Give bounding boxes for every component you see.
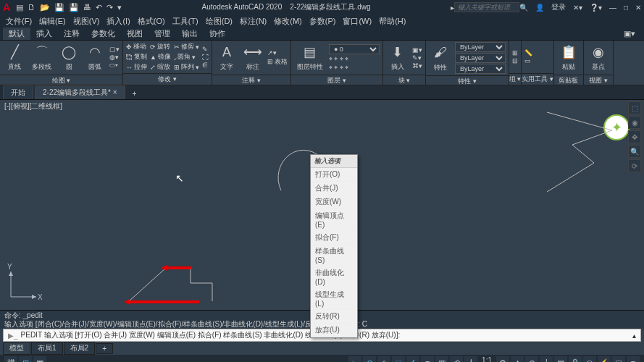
paste-button[interactable]: 📋粘贴 <box>557 42 580 73</box>
create-block-button[interactable]: ▣▾ <box>412 46 422 54</box>
ctx-join[interactable]: 合并(J) <box>311 182 357 195</box>
tab-start[interactable]: 开始 <box>3 85 33 99</box>
menu-view[interactable]: 视图(V) <box>70 16 103 27</box>
insert-button[interactable]: ⬇插入 <box>386 42 409 73</box>
explode-button[interactable]: ⛶ <box>202 54 209 61</box>
tab-home[interactable]: 默认 <box>3 28 30 40</box>
base-button[interactable]: ◉基点 <box>587 42 610 73</box>
tab-file[interactable]: 2-22编辑多段线工具* × <box>35 85 125 99</box>
layout-1[interactable]: 布局1 <box>31 342 63 355</box>
menu-dimension[interactable]: 标注(N) <box>237 16 269 27</box>
fillet-button[interactable]: ◞ 圆角 ▾ <box>174 52 199 62</box>
panel-annotate-title[interactable]: 注释 ▾ <box>212 75 290 86</box>
ortho-toggle[interactable]: ∟ <box>348 356 361 362</box>
panel-utilities-title[interactable]: 实用工具 ▾ <box>522 73 553 85</box>
user-icon[interactable]: 👤 <box>535 4 544 12</box>
menu-help[interactable]: 帮助(H) <box>376 16 409 27</box>
layout-add[interactable]: + <box>96 343 113 354</box>
layer-combo[interactable]: ● 0 <box>329 44 380 54</box>
menu-modify[interactable]: 修改(M) <box>271 16 305 27</box>
otrack-toggle[interactable]: ∠ <box>406 356 419 362</box>
tab-manage[interactable]: 管理 <box>149 28 176 40</box>
annoscale-button[interactable]: 人 <box>464 356 477 362</box>
color-combo[interactable]: ByLayer <box>455 42 506 52</box>
line-button[interactable]: ╱直线 <box>3 42 26 73</box>
tab-view[interactable]: 视图 <box>121 28 149 40</box>
menu-icon[interactable]: ▤ <box>16 3 23 12</box>
arc-button[interactable]: ◠圆弧 <box>83 42 106 73</box>
osnap-toggle[interactable]: □ <box>392 356 405 362</box>
tab-parametric[interactable]: 参数化 <box>85 28 121 40</box>
tab-expand-icon[interactable]: ▣▾ <box>618 28 641 39</box>
layout-2[interactable]: 布局2 <box>64 342 96 355</box>
offset-button[interactable]: ∈ <box>202 62 209 69</box>
panel-modify-title[interactable]: 修改 ▾ <box>123 73 212 85</box>
drawing-canvas[interactable]: [-][俯视][二维线框] ✦ ↖ 输入选项 打开(O) 合并(J) 宽度(W)… <box>0 100 644 310</box>
menu-draw[interactable]: 绘图(D) <box>203 16 235 27</box>
qp-toggle[interactable]: ▤ <box>554 356 567 362</box>
scale-label[interactable]: 1:1 <box>479 356 495 362</box>
ctx-width[interactable]: 宽度(W) <box>311 195 357 209</box>
plot-icon[interactable]: 🖶 <box>83 3 91 12</box>
array-button[interactable]: ⊞ 阵列 ▾ <box>174 62 199 72</box>
layer-iso-button[interactable]: ⌖ ⌖ ⌖ ⌖ <box>329 55 380 63</box>
saveas-icon[interactable]: 💾 <box>69 3 79 12</box>
menu-file[interactable]: 文件(F) <box>3 16 35 27</box>
tab-insert[interactable]: 插入 <box>30 28 58 40</box>
tab-close-icon[interactable]: × <box>113 88 117 96</box>
cmd-expand-icon[interactable]: ▴ <box>632 332 636 340</box>
panel-properties-title[interactable]: 特性 ▾ <box>426 75 509 87</box>
trim-button[interactable]: ✂ 修剪 ▾ <box>174 42 199 51</box>
cleanscreen-toggle[interactable]: ▢ <box>612 356 625 362</box>
ctx-decurve[interactable]: 非曲线化(D) <box>311 266 357 288</box>
polyline-shape-1[interactable] <box>129 265 216 311</box>
lwt-toggle[interactable]: ≡ <box>421 356 434 362</box>
panel-groups-title[interactable]: 组 ▾ <box>509 73 522 85</box>
mirror-button[interactable]: ▲ 镜像 <box>150 52 171 62</box>
hw-accel-toggle[interactable]: ⚡ <box>598 356 611 362</box>
undo-icon[interactable]: ↶ <box>96 3 102 12</box>
text-button[interactable]: A文字 <box>215 42 238 73</box>
rect-button[interactable]: ▢▾ <box>109 46 120 53</box>
scale-button[interactable]: ⤢ 缩放 <box>150 62 171 72</box>
lineweight-combo[interactable]: ByLayer <box>455 53 506 63</box>
open-icon[interactable]: 📂 <box>40 3 50 12</box>
polar-toggle[interactable]: ⊙ <box>363 356 376 362</box>
ctx-open[interactable]: 打开(O) <box>311 168 357 182</box>
grid-toggle[interactable]: ⊞ <box>19 356 32 362</box>
panel-block-title[interactable]: 块 ▾ <box>383 75 425 86</box>
ellipse-button[interactable]: ⬭▾ <box>109 62 120 70</box>
polyline-button[interactable]: ⌒多段线 <box>29 42 54 73</box>
attr-button[interactable]: ⌘▾ <box>412 62 422 70</box>
tab-addins[interactable]: 协作 <box>204 28 231 40</box>
ungroup-button[interactable]: ⊟ <box>512 57 518 64</box>
redo-icon[interactable]: ↷ <box>106 3 113 12</box>
transparency-toggle[interactable]: ▥ <box>435 356 448 362</box>
tab-new-button[interactable]: + <box>127 88 143 99</box>
menu-window[interactable]: 窗口(W) <box>340 16 375 27</box>
hatch-button[interactable]: ◍▾ <box>109 54 120 61</box>
leader-button[interactable]: ↗▾ <box>267 49 288 56</box>
select-button[interactable]: ▭ <box>524 57 532 64</box>
save-icon[interactable]: 💾 <box>54 3 64 12</box>
ctx-editvertex[interactable]: 编辑顶点(E) <box>311 209 357 231</box>
layout-model[interactable]: 模型 <box>3 342 30 355</box>
tab-annotate[interactable]: 注释 <box>58 28 85 40</box>
ctx-undo[interactable]: 放弃(U) <box>311 324 357 337</box>
copy-button[interactable]: ⿻ 复制 <box>126 52 147 62</box>
orbit-icon[interactable]: ⟳ <box>628 159 641 172</box>
tab-output[interactable]: 输出 <box>176 28 204 40</box>
ctx-spline[interactable]: 样条曲线(S) <box>311 245 357 266</box>
units-toggle[interactable]: 十 <box>540 356 553 362</box>
panel-clipboard-title[interactable]: 剪贴板 <box>554 75 583 86</box>
erase-button[interactable]: ✎ <box>202 46 209 53</box>
pan-icon[interactable]: ✥ <box>628 130 641 143</box>
viewcube-icon[interactable]: ⬚ <box>628 101 641 114</box>
ctx-ltgen[interactable]: 线型生成(L) <box>311 288 357 310</box>
menu-edit[interactable]: 编辑(E) <box>36 16 69 27</box>
measure-button[interactable]: 📏 <box>524 49 532 56</box>
search-input[interactable] <box>454 2 519 12</box>
annomonitors-toggle[interactable]: ⊕ <box>525 356 538 362</box>
menu-format[interactable]: 格式(O) <box>135 16 168 27</box>
exchange-icon[interactable]: ✕▾ <box>573 4 582 12</box>
